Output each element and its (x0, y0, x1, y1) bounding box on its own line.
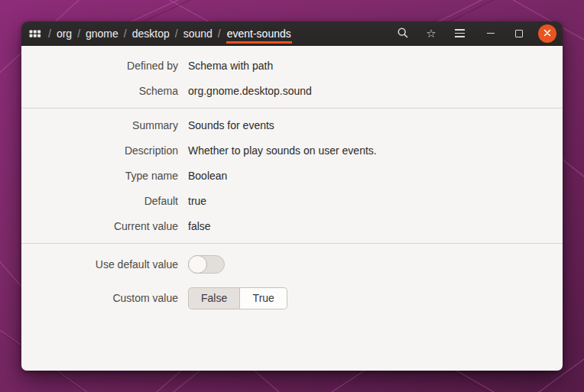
dconf-editor-window: / org / gnome / desktop / sound / event-… (21, 21, 563, 371)
property-label: Defined by (21, 60, 178, 72)
maximize-button[interactable] (510, 24, 528, 43)
property-label: Summary (21, 119, 178, 131)
property-row: Summary Sounds for events (21, 112, 563, 138)
property-value: Whether to play sounds on user events. (188, 144, 377, 157)
bookmark-button[interactable]: ☆ (422, 24, 440, 43)
property-label: Current value (21, 220, 178, 232)
breadcrumb-current-key[interactable]: event-sounds (226, 24, 292, 44)
search-button[interactable] (394, 24, 412, 43)
breadcrumb: / org / gnome / desktop / sound / event-… (29, 24, 394, 44)
use-default-label: Use default value (21, 258, 178, 271)
close-icon (543, 28, 551, 39)
property-label: Description (21, 144, 178, 157)
breadcrumb-segment-gnome[interactable]: gnome (86, 28, 118, 40)
property-value: Schema with path (188, 60, 273, 72)
custom-value-row: Custom value False True (21, 281, 563, 315)
separator (21, 108, 563, 109)
grid-icon[interactable] (29, 28, 41, 39)
use-default-switch[interactable] (188, 255, 225, 274)
hamburger-menu-icon (455, 29, 465, 37)
headerbar[interactable]: / org / gnome / desktop / sound / event-… (21, 21, 563, 46)
custom-value-label: Custom value (21, 292, 178, 304)
menu-button[interactable] (450, 24, 469, 43)
use-default-row: Use default value (21, 248, 563, 281)
path-separator: / (77, 28, 80, 40)
minimize-button[interactable] (482, 24, 500, 43)
breadcrumb-segment-sound[interactable]: sound (183, 28, 213, 40)
property-row: Current value false (21, 213, 563, 238)
path-separator: / (48, 28, 51, 40)
headerbar-actions: ☆ (394, 24, 556, 43)
property-label: Schema (21, 85, 178, 97)
custom-value-toggle-group: False True (188, 287, 287, 309)
breadcrumb-segment-org[interactable]: org (57, 28, 72, 40)
property-value: org.gnome.desktop.sound (188, 85, 312, 97)
switch-knob (188, 255, 207, 274)
property-row: Description Whether to play sounds on us… (21, 138, 563, 163)
property-row: Type name Boolean (21, 163, 563, 188)
property-value: true (188, 195, 206, 207)
property-value: false (188, 220, 211, 232)
custom-value-false-button[interactable]: False (188, 287, 240, 309)
property-row: Schema org.gnome.desktop.sound (21, 78, 563, 103)
property-row: Defined by Schema with path (21, 53, 563, 78)
custom-value-true-button[interactable]: True (240, 287, 287, 309)
search-icon (397, 27, 409, 40)
minimize-icon (487, 33, 495, 34)
path-separator: / (218, 28, 221, 40)
property-value: Boolean (188, 170, 227, 182)
star-icon: ☆ (426, 28, 436, 39)
property-label: Default (21, 195, 178, 207)
breadcrumb-segment-desktop[interactable]: desktop (132, 28, 170, 40)
path-separator: / (175, 28, 178, 40)
path-separator: / (124, 28, 127, 40)
key-detail-panel: Defined by Schema with path Schema org.g… (21, 46, 563, 371)
property-value: Sounds for events (188, 119, 274, 131)
separator (21, 243, 563, 244)
property-row: Default true (21, 188, 563, 213)
close-button[interactable] (538, 24, 556, 43)
property-label: Type name (21, 170, 178, 182)
use-default-control (188, 255, 225, 274)
maximize-icon (515, 30, 523, 37)
